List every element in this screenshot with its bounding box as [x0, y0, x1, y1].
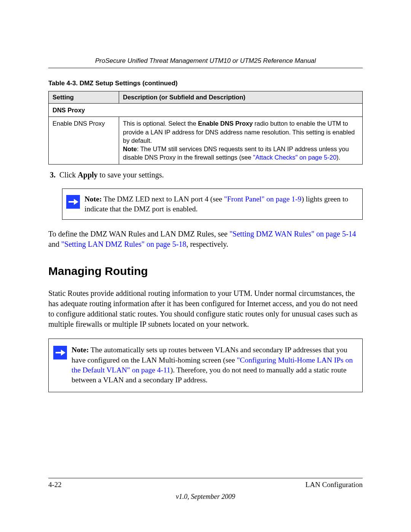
routing-para: Static Routes provide additional routing… [48, 288, 363, 329]
description-cell: This is optional. Select the Enable DNS … [119, 117, 363, 164]
running-header: ProSecure Unified Threat Management UTM1… [48, 57, 363, 68]
note2-text-content: Note: The automatically sets up routes b… [72, 345, 355, 385]
dmz-mid: and [48, 240, 61, 248]
note-pre: The DMZ LED next to LAN port 4 (see [102, 195, 224, 203]
dmz-pre: To define the DMZ WAN Rules and LAN DMZ … [48, 230, 229, 238]
section-name: LAN Configuration [306, 481, 363, 489]
note-box-1: Note: The DMZ LED next to LAN port 4 (se… [62, 189, 363, 220]
section-heading: Managing Routing [48, 265, 363, 278]
link-lan-dmz-rules[interactable]: "Setting LAN DMZ Rules" on page 5-18 [61, 240, 186, 248]
table-row: Enable DNS Proxy This is optional. Selec… [49, 117, 363, 164]
step-post: to save your settings. [98, 171, 164, 179]
note-after: ). [336, 154, 340, 161]
step-number: 3. [50, 171, 56, 179]
version-line: v1.0, September 2009 [48, 493, 363, 501]
step-bold: Apply [78, 171, 97, 179]
table-caption: Table 4-3. DMZ Setup Settings (continued… [48, 80, 363, 87]
step-3: 3.Click Apply to save your settings. [50, 171, 363, 179]
dmz-post: , respectively. [186, 240, 228, 248]
note2-label: Note: [72, 346, 89, 354]
page-number: 4-22 [48, 481, 62, 489]
desc-text: This is optional. Select the [123, 120, 198, 127]
note-label: Note [123, 145, 137, 152]
page-footer: 4-22 LAN Configuration v1.0, September 2… [48, 478, 363, 501]
note-link-front-panel[interactable]: "Front Panel" on page 1-9 [224, 195, 301, 203]
section-header: DNS Proxy [49, 104, 363, 117]
setting-cell: Enable DNS Proxy [49, 117, 119, 164]
settings-table: Setting Description (or Subfield and Des… [48, 91, 363, 165]
note-link[interactable]: "Attack Checks" on page 5-20 [253, 154, 336, 161]
note-text-content: Note: The DMZ LED next to LAN port 4 (se… [84, 194, 355, 214]
dmz-rules-para: To define the DMZ WAN Rules and LAN DMZ … [48, 229, 363, 249]
arrow-right-icon [66, 195, 80, 209]
link-dmz-wan-rules[interactable]: "Setting DMZ WAN Rules" on page 5-14 [229, 230, 356, 238]
col-header-description: Description (or Subfield and Description… [119, 91, 363, 104]
col-header-setting: Setting [49, 91, 119, 104]
desc-bold: Enable DNS Proxy [198, 120, 253, 127]
arrow-right-icon [53, 346, 67, 359]
step-pre: Click [59, 171, 78, 179]
note-box-2: Note: The automatically sets up routes b… [48, 339, 363, 392]
section-header-row: DNS Proxy [49, 104, 363, 117]
note-label: Note: [84, 195, 102, 203]
